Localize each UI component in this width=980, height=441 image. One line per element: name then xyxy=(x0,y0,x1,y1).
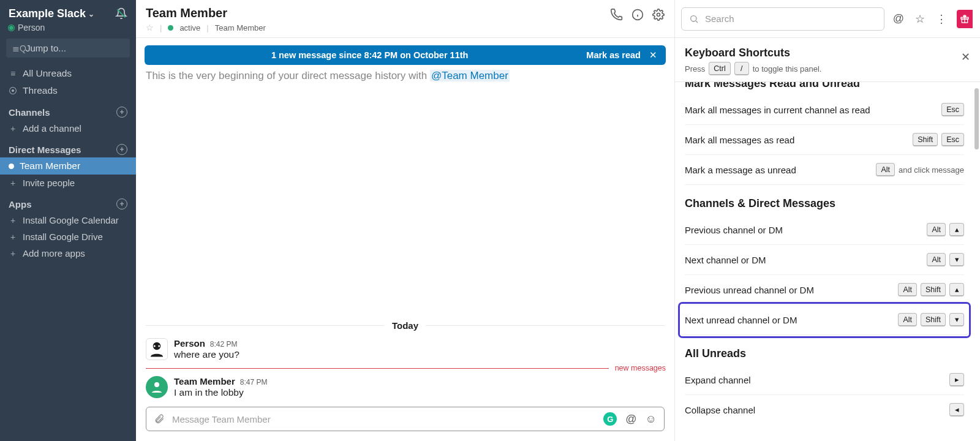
avatar[interactable] xyxy=(146,376,168,398)
key: Shift xyxy=(921,313,946,326)
shortcuts-title: Keyboard Shortcuts xyxy=(685,47,821,59)
shortcut-row: Previous channel or DMAlt▴ xyxy=(685,215,964,245)
current-user-name: Person xyxy=(18,23,45,32)
plus-icon: + xyxy=(9,216,17,225)
emoji-icon[interactable]: ☺ xyxy=(646,413,657,426)
dm-item-team-member[interactable]: Team Member xyxy=(0,157,136,175)
message-author[interactable]: Person xyxy=(174,338,205,349)
plus-icon: + xyxy=(9,249,17,258)
presence-active-icon xyxy=(9,164,14,169)
search-input[interactable] xyxy=(705,13,876,24)
message-row: Team Member 8:47 PM I am in the lobby xyxy=(136,374,674,401)
shortcut-keys: AltShift▾ xyxy=(898,313,964,326)
shortcut-label: Mark all messages in current channel as … xyxy=(685,105,870,115)
star-icon[interactable]: ☆ xyxy=(146,23,154,32)
direct-messages-header[interactable]: Direct Messages + xyxy=(0,137,136,157)
settings-gear-icon[interactable] xyxy=(652,9,665,21)
beginning-text: This is the very beginning of your direc… xyxy=(146,70,430,81)
notifications-bell-icon[interactable] xyxy=(115,7,127,20)
scrollbar-thumb[interactable] xyxy=(974,88,979,149)
message-timestamp: 8:42 PM xyxy=(210,340,238,349)
unread-banner-text: 1 new message since 8:42 PM on October 1… xyxy=(153,50,586,60)
jump-to[interactable]: ≣Q Jump to... xyxy=(6,39,130,58)
mark-as-read-button[interactable]: Mark as read ✕ xyxy=(586,50,657,60)
shortcuts-subtitle: Press Ctrl / to toggle this panel. xyxy=(685,62,821,75)
svg-point-7 xyxy=(154,382,159,387)
key: ◂ xyxy=(949,403,964,417)
plus-icon: + xyxy=(9,124,17,134)
shortcut-label: Mark all messages as read xyxy=(685,135,794,145)
message-list: 1 new message since 8:42 PM on October 1… xyxy=(136,38,674,441)
more-menu-icon[interactable]: ⋮ xyxy=(933,12,949,26)
close-panel-button[interactable]: ✕ xyxy=(961,47,970,64)
mention-icon[interactable]: @ xyxy=(625,413,636,426)
nav-threads-label: Threads xyxy=(23,85,58,96)
app-item-google-drive[interactable]: + Install Google Drive xyxy=(0,228,136,245)
whats-new-gift-icon[interactable] xyxy=(957,10,973,28)
info-icon[interactable] xyxy=(631,9,644,21)
add-app-icon[interactable]: + xyxy=(116,198,127,209)
new-dm-icon[interactable]: + xyxy=(116,144,127,155)
avatar[interactable] xyxy=(146,338,168,360)
current-user[interactable]: Person xyxy=(9,23,94,32)
nav-all-unreads-label: All Unreads xyxy=(23,68,72,79)
shortcut-row: Collapse channel◂ xyxy=(685,395,964,424)
workspace-switcher[interactable]: Example Slack ⌄ xyxy=(9,7,94,20)
conversation-pane: Team Member ☆ | active | Team Member 1 n… xyxy=(136,0,675,441)
global-search[interactable] xyxy=(681,7,884,31)
conversation-subname: Team Member xyxy=(215,23,266,32)
key: ▴ xyxy=(949,223,964,236)
workspace-header: Example Slack ⌄ Person xyxy=(0,0,136,39)
dm-item-label: Team Member xyxy=(20,160,80,172)
invite-people[interactable]: + Invite people xyxy=(0,175,136,191)
message-timestamp: 8:47 PM xyxy=(240,378,268,386)
add-a-channel[interactable]: + Add a channel xyxy=(0,120,136,137)
message-input[interactable] xyxy=(172,414,596,424)
app-item-google-calendar[interactable]: + Install Google Calendar xyxy=(0,212,136,228)
nav-threads[interactable]: ⦿ Threads xyxy=(0,82,136,99)
new-messages-divider: new messages xyxy=(136,364,674,372)
composer-area: G @ ☺ xyxy=(136,401,674,441)
apps-header[interactable]: Apps + xyxy=(0,191,136,212)
close-icon[interactable]: ✕ xyxy=(649,50,657,60)
left-sidebar: Example Slack ⌄ Person ≣Q Jump to... ≡ A… xyxy=(0,0,136,441)
shortcut-row: Previous unread channel or DMAltShift▴ xyxy=(685,275,964,305)
channels-header[interactable]: Channels + xyxy=(0,99,136,120)
unread-banner: 1 new message since 8:42 PM on October 1… xyxy=(145,45,666,65)
star-icon[interactable]: ☆ xyxy=(913,12,927,26)
shortcut-label: Mark a message as unread xyxy=(685,165,796,175)
shortcut-label: Collapse channel xyxy=(685,405,755,415)
key: Alt xyxy=(876,163,895,176)
mention-link[interactable]: @Team Member xyxy=(430,70,510,81)
conversation-title: Team Member xyxy=(146,6,266,20)
shortcut-row: Next unread channel or DMAltShift▾ xyxy=(681,305,968,335)
date-divider-today: Today xyxy=(136,320,674,331)
shortcut-label: Previous channel or DM xyxy=(685,225,783,235)
jump-icon: ≣Q xyxy=(12,43,21,53)
nav-all-unreads[interactable]: ≡ All Unreads xyxy=(0,65,136,82)
mentions-icon[interactable]: @ xyxy=(891,12,907,25)
app-item-add-more[interactable]: + Add more apps xyxy=(0,245,136,262)
key: Alt xyxy=(898,313,917,326)
shortcut-keys: Alt▴ xyxy=(927,223,964,236)
svg-point-5 xyxy=(154,345,156,347)
attach-icon[interactable] xyxy=(154,413,165,424)
mark-as-read-label: Mark as read xyxy=(586,50,641,60)
date-divider-label: Today xyxy=(385,320,426,331)
presence-active-icon xyxy=(168,25,173,31)
message-row: Person 8:42 PM where are you? xyxy=(136,336,674,363)
shortcut-keys: ShiftEsc xyxy=(913,133,964,146)
message-text: where are you? xyxy=(174,349,239,360)
message-author[interactable]: Team Member xyxy=(174,376,235,386)
channels-header-label: Channels xyxy=(9,107,50,118)
grammarly-icon[interactable]: G xyxy=(603,412,617,426)
message-composer[interactable]: G @ ☺ xyxy=(146,407,665,431)
svg-point-6 xyxy=(158,345,160,347)
shortcut-label: Next channel or DM xyxy=(685,255,766,265)
shortcut-row: Next channel or DMAlt▾ xyxy=(685,245,964,275)
shortcut-keys: AltShift▴ xyxy=(898,283,964,296)
call-icon[interactable] xyxy=(611,9,623,21)
key: Shift xyxy=(921,283,946,296)
add-channel-icon[interactable]: + xyxy=(116,107,127,118)
key: Shift xyxy=(913,133,938,146)
